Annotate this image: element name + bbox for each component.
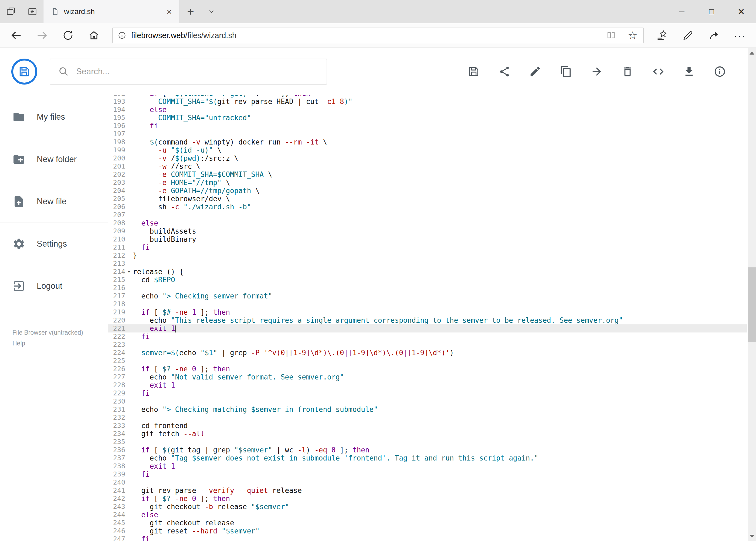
code-line[interactable]: 230: [108, 397, 747, 405]
code-line[interactable]: 236 if [ $(git tag | grep "$semver" | wc…: [108, 446, 747, 454]
hub-button[interactable]: [649, 25, 675, 45]
code-line[interactable]: 209 buildAssets: [108, 227, 747, 235]
code-line[interactable]: 222 fi: [108, 332, 747, 340]
scrollbar-down-button[interactable]: [748, 531, 756, 541]
code-line[interactable]: 244 else: [108, 511, 747, 519]
code-line[interactable]: 231 echo "> Checking matching $semver in…: [108, 405, 747, 413]
code-line[interactable]: 232: [108, 413, 747, 422]
code-line[interactable]: 221 exit 1: [108, 324, 747, 332]
favorite-button[interactable]: ☆: [624, 29, 641, 42]
more-button[interactable]: ···: [727, 25, 753, 45]
code-line[interactable]: 202 -e COMMIT_SHA=$COMMIT_SHA \: [108, 171, 747, 179]
code-line[interactable]: 233 cd frontend: [108, 422, 747, 430]
scrollbar-up-button[interactable]: [748, 48, 756, 58]
code-line[interactable]: 205 filebrowser/dev \: [108, 195, 747, 203]
code-line[interactable]: 224 semver=$(echo "$1" | grep -P '^v(0|[…: [108, 349, 747, 357]
code-line[interactable]: 238 exit 1: [108, 462, 747, 470]
code-line[interactable]: 208 else: [108, 219, 747, 227]
code-line[interactable]: 226 if [ $? -ne 0 ]; then: [108, 365, 747, 373]
code-line[interactable]: 198 $(command -v winpty) docker run --rm…: [108, 138, 747, 146]
browser-tab[interactable]: wizard.sh ×: [43, 0, 180, 23]
sidebar-item-my-files[interactable]: My files: [0, 96, 108, 138]
code-line[interactable]: 195 COMMIT_SHA="untracked": [108, 114, 747, 122]
code-line[interactable]: 194 else: [108, 106, 747, 114]
address-bar[interactable]: filebrowser.web/files/wizard.sh ☆: [112, 28, 644, 43]
set-tabs-aside-button[interactable]: [22, 0, 43, 23]
code-line[interactable]: 206 sh -c "./wizard.sh -b": [108, 203, 747, 211]
page-scrollbar[interactable]: [748, 48, 756, 541]
move-button[interactable]: [590, 65, 603, 78]
rename-button[interactable]: [529, 65, 542, 78]
code-line[interactable]: 219 if [ $# -ne 1 ]; then: [108, 308, 747, 316]
browser-share-button[interactable]: [701, 25, 727, 45]
code-line[interactable]: 217 echo "> Checking semver format": [108, 292, 747, 300]
code-line[interactable]: 210 buildBinary: [108, 235, 747, 244]
download-button[interactable]: [682, 65, 695, 78]
sidebar-item-new-file[interactable]: New file: [0, 181, 108, 223]
code-line[interactable]: 199 -u "$(id -u)" \: [108, 146, 747, 154]
reading-view-button[interactable]: [603, 29, 620, 42]
code-line[interactable]: 229 fi: [108, 389, 747, 397]
site-info-icon[interactable]: [118, 31, 126, 40]
code-editor[interactable]: 192 if [ "$(command -v git)" != "" ]; th…: [108, 95, 756, 541]
code-line[interactable]: 245 git checkout release: [108, 519, 747, 527]
code-line[interactable]: 203 -e HOME="//tmp" \: [108, 179, 747, 187]
code-button[interactable]: [652, 65, 665, 78]
tab-preview-button[interactable]: [0, 0, 22, 23]
code-line[interactable]: 247 fi: [108, 535, 747, 541]
code-line[interactable]: 246 git reset --hard "$semver": [108, 527, 747, 535]
code-line[interactable]: 212}: [108, 252, 747, 260]
code-line[interactable]: 216: [108, 284, 747, 292]
code-line[interactable]: 228 exit 1: [108, 381, 747, 389]
share-button[interactable]: [498, 65, 511, 78]
web-note-button[interactable]: [675, 25, 701, 45]
copy-button[interactable]: [560, 65, 573, 78]
forward-button[interactable]: [29, 25, 55, 45]
save-button[interactable]: [467, 65, 480, 78]
refresh-button[interactable]: [55, 25, 81, 45]
code-line[interactable]: 218: [108, 300, 747, 308]
delete-button[interactable]: [621, 65, 634, 78]
tab-list-button[interactable]: [201, 0, 221, 23]
code-line[interactable]: 197: [108, 130, 747, 138]
code-line[interactable]: 223: [108, 340, 747, 349]
code-line[interactable]: 200 -v /$(pwd):/src:z \: [108, 154, 747, 162]
code-line[interactable]: 213: [108, 260, 747, 268]
code-line[interactable]: 235: [108, 438, 747, 446]
home-button[interactable]: [81, 25, 107, 45]
code-line[interactable]: 193 COMMIT_SHA="$(git rev-parse HEAD | c…: [108, 98, 747, 106]
code-line[interactable]: 242 if [ $? -ne 0 ]; then: [108, 495, 747, 503]
new-tab-button[interactable]: +: [180, 0, 201, 23]
code-line[interactable]: 192 if [ "$(command -v git)" != "" ]; th…: [108, 95, 747, 98]
minimize-button[interactable]: ─: [667, 0, 697, 23]
sidebar-item-new-folder[interactable]: New folder: [0, 138, 108, 181]
sidebar-item-logout[interactable]: Logout: [0, 265, 108, 307]
code-line[interactable]: 241 git rev-parse --verify --quiet relea…: [108, 486, 747, 495]
code-line[interactable]: 207: [108, 211, 747, 219]
code-line[interactable]: 196 fi: [108, 122, 747, 130]
code-line[interactable]: 201 -w //src \: [108, 162, 747, 171]
code-line[interactable]: 211 fi: [108, 244, 747, 252]
code-line[interactable]: 243 git checkout -b release "$semver": [108, 503, 747, 511]
code-line[interactable]: 234 git fetch --all: [108, 430, 747, 438]
code-line[interactable]: 227 echo "Not valid semver format. See s…: [108, 373, 747, 381]
code-line[interactable]: 215 cd $REPO: [108, 276, 747, 284]
code-line[interactable]: 240: [108, 478, 747, 486]
search-input[interactable]: [76, 67, 319, 76]
close-button[interactable]: ×: [726, 0, 756, 23]
code-line[interactable]: 225: [108, 357, 747, 365]
url-text[interactable]: filebrowser.web/files/wizard.sh: [131, 31, 598, 40]
maximize-button[interactable]: □: [697, 0, 726, 23]
fold-arrow-icon[interactable]: ▾: [125, 268, 133, 276]
code-line[interactable]: 220 echo "This release script requires a…: [108, 316, 747, 324]
scrollbar-thumb[interactable]: [748, 268, 756, 342]
info-button[interactable]: [713, 65, 726, 78]
help-link[interactable]: Help: [12, 338, 96, 349]
tab-close-button[interactable]: ×: [163, 6, 175, 18]
code-line[interactable]: 239 fi: [108, 470, 747, 478]
code-line[interactable]: 237 echo "Tag $semver does not exist in …: [108, 454, 747, 462]
code-line[interactable]: 214▾release () {: [108, 268, 747, 276]
search-box[interactable]: [50, 59, 327, 85]
sidebar-item-settings[interactable]: Settings: [0, 223, 108, 265]
code-line[interactable]: 204 -e GOPATH=//tmp/gopath \: [108, 187, 747, 195]
